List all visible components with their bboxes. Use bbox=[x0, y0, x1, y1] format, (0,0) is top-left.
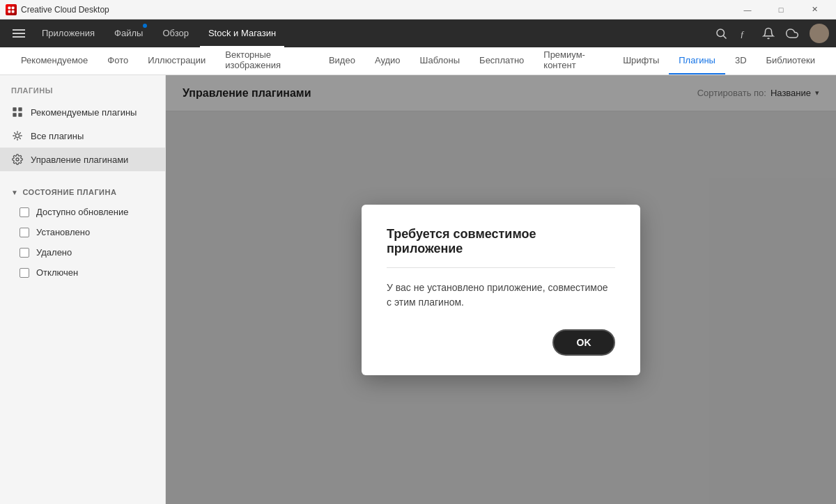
svg-rect-9 bbox=[13, 113, 16, 116]
minimize-button[interactable]: — bbox=[732, 0, 764, 19]
plugin-status-label: СОСТОЯНИЕ ПЛАГИНА bbox=[22, 188, 116, 196]
svg-rect-0 bbox=[8, 6, 11, 9]
nav-item-stock[interactable]: Stock и Магазин bbox=[200, 19, 284, 47]
svg-point-4 bbox=[717, 29, 725, 37]
tab-plugins[interactable]: Плагины bbox=[669, 47, 725, 74]
notifications-button[interactable] bbox=[762, 27, 775, 40]
tab-free[interactable]: Бесплатно bbox=[470, 47, 534, 74]
svg-rect-7 bbox=[13, 107, 16, 111]
content-area: ПЛАГИНЫ Рекомендуемые плагины Все плагин… bbox=[0, 75, 836, 504]
nav-item-apps[interactable]: Приложения bbox=[33, 19, 103, 47]
font-button[interactable]: ƒ bbox=[738, 27, 751, 40]
tab-illustrations[interactable]: Иллюстрации bbox=[138, 47, 215, 74]
plugin-status-toggle[interactable]: ▼ СОСТОЯНИЕ ПЛАГИНА bbox=[0, 182, 165, 202]
sidebar-divider bbox=[0, 171, 165, 182]
tab-fonts[interactable]: Шрифты bbox=[613, 47, 669, 74]
nav-item-overview[interactable]: Обзор bbox=[154, 19, 197, 47]
modal-dialog: Требуется совместимое приложение У вас н… bbox=[362, 205, 640, 375]
sidebar-item-manage-plugins-label: Управление плагинами bbox=[31, 155, 128, 165]
tab-vectors[interactable]: Векторные изображения bbox=[215, 47, 319, 74]
svg-rect-8 bbox=[18, 107, 22, 111]
modal-overlay[interactable]: Требуется совместимое приложение У вас н… bbox=[166, 75, 836, 504]
svg-point-11 bbox=[15, 134, 19, 137]
sidebar-status-disabled[interactable]: Отключен bbox=[0, 262, 165, 283]
svg-rect-1 bbox=[12, 6, 15, 9]
nav-item-files[interactable]: Файлы bbox=[106, 19, 151, 47]
star-icon bbox=[11, 106, 24, 118]
sidebar-item-manage-plugins[interactable]: Управление плагинами bbox=[0, 148, 165, 171]
modal-title: Требуется совместимое приложение bbox=[387, 227, 615, 256]
update-label: Доступно обновление bbox=[36, 207, 129, 217]
grid-icon bbox=[11, 129, 24, 142]
title-bar-left: Creative Cloud Desktop bbox=[6, 4, 109, 15]
installed-checkbox[interactable] bbox=[20, 228, 29, 237]
svg-rect-2 bbox=[8, 10, 11, 13]
plugins-section-label: ПЛАГИНЫ bbox=[0, 86, 165, 100]
hamburger-button[interactable] bbox=[7, 26, 31, 40]
tab-video[interactable]: Видео bbox=[319, 47, 365, 74]
nav-dot bbox=[143, 24, 147, 28]
svg-rect-3 bbox=[12, 10, 15, 13]
title-bar-title: Creative Cloud Desktop bbox=[21, 5, 109, 15]
sidebar-item-all-plugins-label: Все плагины bbox=[31, 131, 84, 141]
tab-templates[interactable]: Шаблоны bbox=[410, 47, 470, 74]
modal-ok-button[interactable]: OK bbox=[552, 329, 615, 356]
tab-premium[interactable]: Премиум-контент bbox=[534, 47, 613, 74]
main-content: Управление плагинами Сортировать по: Наз… bbox=[166, 75, 836, 504]
update-checkbox[interactable] bbox=[20, 207, 29, 217]
main-nav-right: ƒ bbox=[715, 24, 829, 43]
avatar[interactable] bbox=[810, 24, 829, 43]
cloud-button[interactable] bbox=[786, 27, 798, 40]
tab-libraries[interactable]: Библиотеки bbox=[757, 47, 825, 74]
title-bar: Creative Cloud Desktop — □ ✕ bbox=[0, 0, 836, 19]
sidebar-item-recommended-plugins-label: Рекомендуемые плагины bbox=[31, 107, 137, 118]
modal-divider bbox=[387, 267, 615, 268]
main-nav: Приложения Файлы Обзор Stock и Магазин ƒ bbox=[0, 19, 836, 47]
search-button[interactable] bbox=[715, 27, 727, 40]
installed-label: Установлено bbox=[36, 227, 90, 237]
title-bar-controls: — □ ✕ bbox=[732, 0, 830, 19]
nav-files-label: Файлы bbox=[114, 28, 143, 38]
modal-body: У вас не установлено приложение, совмест… bbox=[387, 281, 615, 310]
svg-line-5 bbox=[723, 36, 726, 38]
sidebar: ПЛАГИНЫ Рекомендуемые плагины Все плагин… bbox=[0, 75, 166, 504]
svg-point-12 bbox=[16, 158, 19, 161]
chevron-down-icon: ▼ bbox=[11, 189, 18, 196]
app-icon bbox=[6, 4, 17, 15]
svg-text:ƒ: ƒ bbox=[740, 29, 745, 39]
disabled-checkbox[interactable] bbox=[20, 268, 29, 278]
sidebar-item-all-plugins[interactable]: Все плагины bbox=[0, 124, 165, 148]
removed-checkbox[interactable] bbox=[20, 248, 29, 258]
gear-icon bbox=[11, 153, 24, 166]
main-nav-left: Приложения Файлы Обзор Stock и Магазин bbox=[7, 19, 284, 47]
sidebar-status-removed[interactable]: Удалено bbox=[0, 242, 165, 262]
modal-actions: OK bbox=[387, 329, 615, 356]
tab-3d[interactable]: 3D bbox=[725, 47, 757, 74]
svg-rect-10 bbox=[18, 113, 22, 116]
close-button[interactable]: ✕ bbox=[798, 0, 830, 19]
maximize-button[interactable]: □ bbox=[765, 0, 797, 19]
sidebar-status-installed[interactable]: Установлено bbox=[0, 222, 165, 242]
tab-recommended[interactable]: Рекомендуемое bbox=[11, 47, 98, 74]
disabled-label: Отключен bbox=[36, 267, 78, 278]
sidebar-status-update[interactable]: Доступно обновление bbox=[0, 202, 165, 222]
tab-bar: Рекомендуемое Фото Иллюстрации Векторные… bbox=[0, 47, 836, 75]
sidebar-item-recommended-plugins[interactable]: Рекомендуемые плагины bbox=[0, 100, 165, 124]
tab-photo[interactable]: Фото bbox=[98, 47, 138, 74]
tab-audio[interactable]: Аудио bbox=[365, 47, 410, 74]
removed-label: Удалено bbox=[36, 247, 72, 258]
